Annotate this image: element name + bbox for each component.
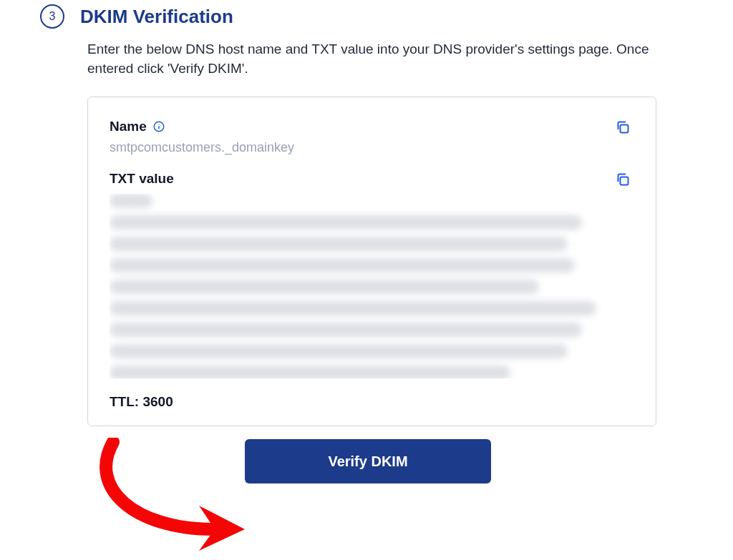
- step-header: 3 DKIM Verification: [37, 0, 696, 29]
- step-description: Enter the below DNS host name and TXT va…: [87, 40, 674, 78]
- step-number: 3: [49, 10, 56, 23]
- copy-icon: [614, 171, 631, 188]
- ttl-value: 3600: [142, 394, 173, 409]
- name-field-header: Name: [110, 119, 634, 134]
- ttl-row: TTL: 3600: [110, 394, 634, 410]
- txt-field: TXT value: [110, 171, 634, 378]
- step-number-badge: 3: [40, 4, 64, 29]
- ttl-label: TTL:: [110, 394, 139, 409]
- svg-rect-3: [621, 125, 628, 133]
- name-label: Name: [110, 119, 147, 134]
- annotation-arrow-icon: [92, 438, 263, 552]
- dkim-verification-page: 3 DKIM Verification Enter the below DNS …: [0, 0, 733, 560]
- txt-field-header: TXT value: [110, 171, 634, 187]
- copy-txt-button[interactable]: [613, 170, 633, 190]
- svg-point-2: [158, 124, 159, 125]
- name-value: smtpcomcustomers._domainkey: [110, 140, 634, 155]
- verify-dkim-button[interactable]: Verify DKIM: [245, 439, 491, 483]
- txt-value-obscured: [110, 194, 634, 378]
- txt-label: TXT value: [110, 171, 174, 187]
- dns-record-card: Name smtpcomcustomers._domai: [87, 97, 656, 426]
- svg-rect-4: [621, 177, 628, 185]
- step-title: DKIM Verification: [80, 6, 233, 28]
- copy-name-button[interactable]: [613, 117, 633, 137]
- info-icon[interactable]: [152, 120, 165, 133]
- copy-icon: [614, 119, 631, 136]
- name-field: Name smtpcomcustomers._domai: [110, 119, 634, 155]
